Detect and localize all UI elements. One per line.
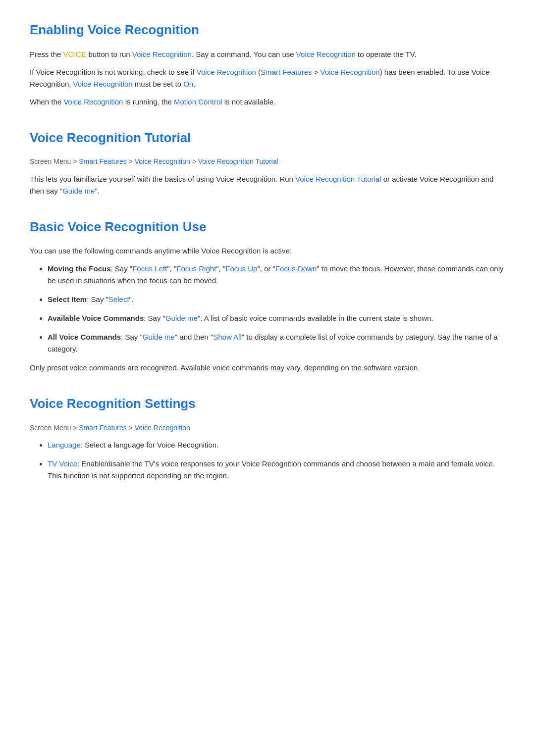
enabling-para3: When the Voice Recognition is running, t… bbox=[30, 96, 505, 108]
settings-title: Voice Recognition Settings bbox=[30, 394, 505, 414]
list-item-tv-voice: TV Voice: Enable/disable the TV's voice … bbox=[48, 458, 505, 482]
focus-up-link[interactable]: Focus Up bbox=[225, 264, 257, 273]
available-commands-label: Available Voice Commands bbox=[48, 314, 144, 322]
guide-me-link-3[interactable]: Guide me bbox=[143, 333, 175, 341]
vr-tutorial-run-link[interactable]: Voice Recognition Tutorial bbox=[295, 175, 381, 183]
enabling-para2: If Voice Recognition is not working, che… bbox=[30, 66, 505, 90]
voice-recognition-link-7[interactable]: Voice Recognition bbox=[135, 157, 190, 165]
voice-recognition-link-4[interactable]: Voice Recognition bbox=[321, 68, 380, 76]
voice-recognition-link-6[interactable]: Voice Recognition bbox=[63, 98, 123, 106]
guide-me-link-2[interactable]: Guide me bbox=[165, 314, 198, 322]
basic-section: Basic Voice Recognition Use You can use … bbox=[30, 217, 505, 374]
smart-features-link-3[interactable]: Smart Features bbox=[79, 424, 126, 432]
tutorial-section: Voice Recognition Tutorial Screen Menu >… bbox=[30, 128, 505, 197]
tv-voice-link[interactable]: TV Voice bbox=[48, 459, 77, 468]
enabling-para1: Press the VOICE button to run Voice Reco… bbox=[30, 49, 505, 60]
focus-right-link[interactable]: Focus Right bbox=[176, 264, 216, 273]
focus-left-link[interactable]: Focus Left bbox=[132, 264, 167, 273]
voice-recognition-link-8[interactable]: Voice Recognition bbox=[135, 424, 190, 432]
select-link[interactable]: Select bbox=[108, 295, 129, 303]
settings-section: Voice Recognition Settings Screen Menu >… bbox=[30, 394, 505, 482]
list-item-select: Select Item: Say "Select". bbox=[48, 294, 505, 305]
enabling-section: Enabling Voice Recognition Press the VOI… bbox=[30, 20, 505, 108]
list-item-available-commands: Available Voice Commands: Say "Guide me"… bbox=[48, 312, 505, 324]
settings-breadcrumb: Screen Menu > Smart Features > Voice Rec… bbox=[30, 422, 505, 433]
enabling-title: Enabling Voice Recognition bbox=[30, 20, 505, 41]
guide-me-link-1[interactable]: Guide me bbox=[62, 187, 95, 195]
all-commands-label: All Voice Commands bbox=[48, 333, 121, 341]
voice-recognition-link-5[interactable]: Voice Recognition bbox=[73, 80, 133, 88]
list-item-all-commands: All Voice Commands: Say "Guide me" and t… bbox=[48, 331, 505, 355]
language-link[interactable]: Language bbox=[48, 441, 81, 449]
smart-features-link-1[interactable]: Smart Features bbox=[261, 68, 312, 76]
tutorial-para1: This lets you familiarize yourself with … bbox=[30, 173, 505, 197]
list-item-language: Language: Select a language for Voice Re… bbox=[48, 439, 505, 451]
show-all-link[interactable]: Show All bbox=[213, 333, 242, 341]
basic-footer: Only preset voice commands are recognize… bbox=[30, 362, 505, 374]
tutorial-title: Voice Recognition Tutorial bbox=[30, 128, 505, 149]
on-link[interactable]: On bbox=[183, 80, 193, 88]
basic-title: Basic Voice Recognition Use bbox=[30, 217, 505, 238]
voice-recognition-link-2[interactable]: Voice Recognition bbox=[296, 50, 356, 58]
list-item-moving-focus: Moving the Focus: Say "Focus Left", "Foc… bbox=[48, 263, 505, 287]
settings-feature-list: Language: Select a language for Voice Re… bbox=[30, 439, 505, 482]
select-item-label: Select Item bbox=[48, 295, 87, 303]
motion-control-link[interactable]: Motion Control bbox=[174, 98, 222, 106]
moving-focus-label: Moving the Focus bbox=[48, 264, 111, 273]
voice-recognition-link-3[interactable]: Voice Recognition bbox=[197, 68, 256, 76]
smart-features-link-2[interactable]: Smart Features bbox=[79, 157, 126, 165]
voice-recognition-tutorial-link[interactable]: Voice Recognition Tutorial bbox=[198, 157, 278, 165]
voice-recognition-link-1[interactable]: Voice Recognition bbox=[132, 50, 192, 58]
basic-intro: You can use the following commands anyti… bbox=[30, 245, 505, 257]
voice-button-link[interactable]: VOICE bbox=[63, 50, 87, 58]
tutorial-breadcrumb: Screen Menu > Smart Features > Voice Rec… bbox=[30, 156, 505, 167]
basic-feature-list: Moving the Focus: Say "Focus Left", "Foc… bbox=[30, 263, 505, 355]
focus-down-link[interactable]: Focus Down bbox=[275, 264, 317, 273]
